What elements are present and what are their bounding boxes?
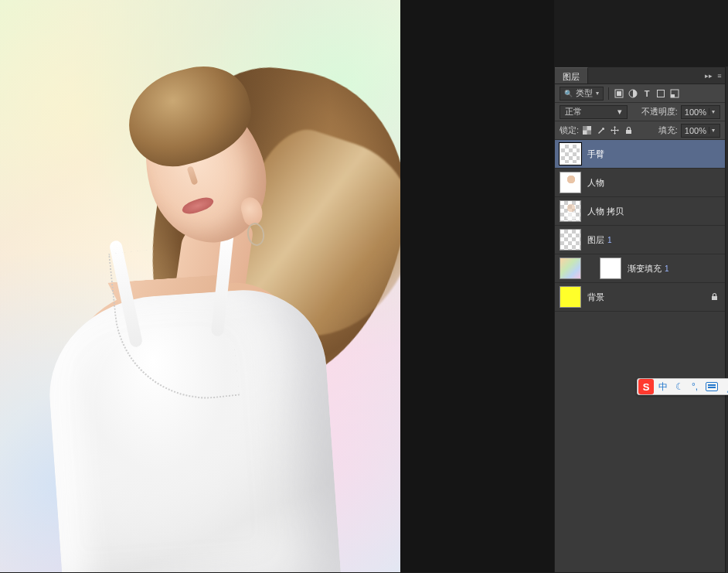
layer-name[interactable]: 人物: [587, 177, 720, 189]
panel-tabbar: 图层 ▸▸ ≡: [555, 67, 725, 84]
layer-row[interactable]: 图层1: [555, 226, 725, 254]
layer-thumbnail[interactable]: [560, 229, 581, 251]
ime-punct-icon[interactable]: °,: [688, 379, 702, 394]
layer-row[interactable]: 人物 拷贝: [555, 197, 725, 226]
layer-row[interactable]: 手臂: [555, 140, 725, 169]
svg-rect-10: [626, 130, 631, 134]
ime-toolbar[interactable]: S 中 ☾ °, 👤: [637, 378, 728, 395]
opacity-label: 不透明度:: [641, 106, 678, 118]
fill-label: 填充:: [658, 124, 678, 136]
blend-opacity-row: 正常 ▾ 不透明度: 100% ▾: [555, 103, 725, 121]
lock-fill-row: 锁定: 填充: 100% ▾: [555, 121, 725, 140]
svg-rect-3: [658, 90, 665, 97]
chevron-down-icon: ▾: [709, 108, 716, 115]
layer-name[interactable]: 人物 拷贝: [587, 206, 720, 217]
ime-keyboard-icon[interactable]: [702, 379, 722, 394]
layer-suffix: 1: [665, 264, 669, 273]
layer-list: 手臂 人物 人物 拷贝 图层1 渐变: [555, 140, 725, 572]
thumbnail-content: [565, 176, 577, 191]
workspace-gap: [400, 0, 554, 572]
layer-thumbnail[interactable]: [560, 258, 581, 279]
filter-adjust-icon[interactable]: [628, 88, 638, 99]
filter-shape-icon[interactable]: [655, 88, 666, 99]
layer-thumbnail[interactable]: [560, 200, 581, 222]
svg-rect-11: [712, 296, 717, 300]
layer-filter-row: 🔍 类型 ▾ T: [555, 84, 725, 103]
layer-row[interactable]: 人物: [555, 169, 725, 197]
ime-lang-button[interactable]: 中: [655, 379, 672, 394]
chevron-down-icon: ▾: [709, 127, 716, 134]
collapse-icon[interactable]: ▸▸: [703, 67, 714, 84]
layer-thumbnail[interactable]: [560, 172, 581, 193]
filter-smart-icon[interactable]: [669, 88, 680, 99]
ime-account-icon[interactable]: 👤: [722, 379, 728, 394]
layer-mask-thumbnail[interactable]: [600, 258, 621, 279]
opacity-value: 100%: [685, 107, 706, 117]
svg-point-9: [602, 128, 604, 130]
canvas[interactable]: [0, 0, 400, 572]
panel-menu-icon[interactable]: ≡: [714, 67, 725, 84]
svg-rect-7: [583, 126, 587, 131]
chevron-down-icon: ▾: [596, 90, 599, 97]
tab-layers[interactable]: 图层: [555, 67, 588, 84]
lock-icons: [582, 125, 634, 135]
layer-row[interactable]: 背景: [555, 283, 725, 312]
layer-thumbnail[interactable]: [560, 143, 581, 165]
filter-type-select[interactable]: 🔍 类型 ▾: [560, 87, 604, 101]
filter-pixel-icon[interactable]: [614, 88, 624, 99]
svg-rect-8: [587, 131, 592, 135]
layer-name[interactable]: 手臂: [587, 148, 720, 160]
layer-suffix: 1: [607, 236, 612, 244]
tabbar-spacer: [588, 67, 703, 84]
ime-logo[interactable]: S: [638, 379, 654, 394]
layer-row[interactable]: 渐变填充1: [555, 254, 725, 283]
layers-panel: 图层 ▸▸ ≡ 🔍 类型 ▾ T 正常 ▾: [554, 67, 726, 573]
blend-mode-value: 正常: [565, 106, 582, 118]
workspace: 图层 ▸▸ ≡ 🔍 类型 ▾ T 正常 ▾: [0, 0, 728, 573]
filter-type-label: 类型: [576, 87, 593, 99]
opacity-field[interactable]: 100% ▾: [681, 105, 720, 119]
layer-name[interactable]: 渐变填充1: [628, 263, 720, 275]
svg-rect-1: [617, 91, 621, 96]
fill-field[interactable]: 100% ▾: [681, 124, 720, 138]
layer-thumbnail[interactable]: [560, 286, 581, 308]
artwork-figure: [39, 46, 379, 572]
chevron-down-icon: ▾: [617, 107, 622, 117]
lock-all-icon[interactable]: [624, 125, 634, 135]
layer-name[interactable]: 图层1: [587, 234, 720, 246]
lock-transparent-icon[interactable]: [582, 125, 592, 135]
layer-name[interactable]: 背景: [587, 292, 704, 303]
lock-label: 锁定:: [560, 124, 579, 136]
fill-value: 100%: [685, 126, 706, 135]
lock-position-icon[interactable]: [610, 125, 620, 135]
thumbnail-content: [565, 204, 577, 220]
lock-paint-icon[interactable]: [596, 125, 606, 135]
blend-mode-select[interactable]: 正常 ▾: [560, 105, 628, 119]
separator: [608, 87, 609, 100]
svg-rect-5: [671, 94, 675, 97]
search-icon: 🔍: [564, 90, 573, 97]
ime-moon-icon[interactable]: ☾: [672, 379, 688, 394]
filter-type-icon[interactable]: T: [641, 88, 652, 99]
lock-icon: [710, 292, 719, 302]
